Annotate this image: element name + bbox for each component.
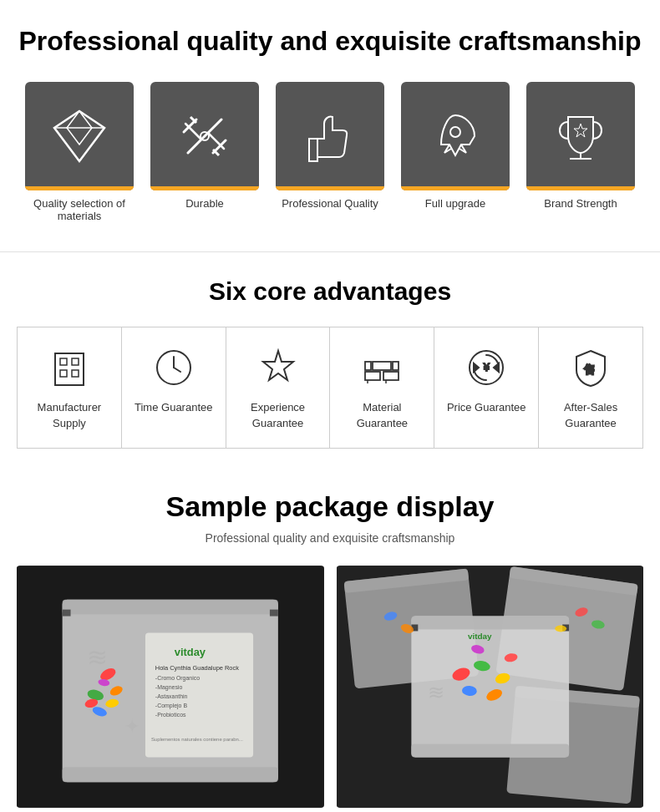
advantage-item-1: Time Guarantee	[122, 327, 226, 447]
clock-icon-box	[150, 344, 196, 390]
svg-marker-34	[474, 363, 479, 372]
sample-bag-svg-left: ≋ ♡ ✦ vitday Hola Cynthia Guadalupe Rock…	[17, 566, 324, 808]
svg-rect-19	[72, 370, 79, 377]
advantage-item-3: Material Guarantee	[330, 327, 434, 447]
quality-icon-item: Quality selection of materials	[25, 82, 134, 222]
quality-icon-label-4: Brand Strength	[544, 197, 617, 210]
trophy-icon	[551, 107, 610, 165]
svg-marker-24	[263, 351, 293, 380]
quality-icon-label-3: Full upgrade	[425, 197, 485, 210]
building-icon-box	[46, 344, 92, 390]
sample-section: Sample package display Professional qual…	[0, 465, 660, 812]
svg-line-10	[209, 134, 224, 149]
trophy-icon-box	[526, 82, 635, 190]
svg-line-9	[185, 124, 201, 139]
quality-icon-item: Full upgrade	[401, 82, 510, 222]
svg-rect-70	[411, 616, 569, 629]
rocket-icon-box	[401, 82, 510, 190]
thumbsup-icon	[301, 107, 359, 165]
svg-marker-14	[574, 124, 587, 137]
building-icon	[48, 347, 90, 388]
sample-image-right: ≋ vitday	[337, 566, 644, 808]
sample-image-left: ≋ ♡ ✦ vitday Hola Cynthia Guadalupe Rock…	[17, 566, 324, 808]
advantage-label-3: Material Guarantee	[338, 400, 425, 430]
star-icon-box	[255, 344, 301, 390]
sample-title: Sample package display	[17, 490, 643, 523]
svg-rect-41	[63, 609, 71, 616]
thumbsup-icon-box	[276, 82, 384, 190]
svg-text:-Cromo Organico: -Cromo Organico	[155, 675, 200, 682]
quality-icon-label-1: Durable	[185, 197, 224, 210]
svg-text:-Complejo B: -Complejo B	[155, 703, 188, 709]
advantage-item-0: Manufacturer Supply	[18, 327, 122, 447]
tools-icon	[175, 107, 234, 165]
quality-icon-item: Brand Strength	[526, 82, 635, 222]
star-icon	[257, 347, 299, 388]
svg-point-11	[450, 127, 460, 137]
diamond-icon	[50, 107, 109, 165]
advantage-label-4: Price Guarantee	[447, 400, 526, 415]
sample-bag-svg-right: ≋ vitday	[337, 566, 644, 808]
svg-rect-25	[365, 372, 380, 380]
svg-text:-Astaxanthin: -Astaxanthin	[155, 693, 188, 699]
rocket-icon	[426, 107, 485, 165]
advantage-item-2: Experience Guarantee	[226, 327, 331, 447]
quality-icon-label-2: Professional Quality	[282, 197, 378, 210]
svg-rect-15	[55, 353, 84, 385]
svg-rect-40	[63, 767, 278, 782]
advantage-item-5: 售 After-Sales Guarantee	[539, 327, 642, 447]
svg-rect-16	[60, 358, 67, 365]
quality-icon-item: Professional Quality	[276, 82, 384, 222]
shield-icon-box: 售	[568, 344, 614, 390]
svg-text:≋: ≋	[87, 643, 108, 671]
svg-rect-26	[383, 372, 399, 380]
sample-images-row: ≋ ♡ ✦ vitday Hola Cynthia Guadalupe Rock…	[17, 566, 643, 808]
svg-text:Suplementos naturales contiene: Suplementos naturales contiene parabn...	[151, 736, 243, 741]
tools-icon-box	[150, 82, 259, 190]
advantages-section: Six core advantages Manufacturer Supply	[0, 252, 660, 464]
svg-text:vitday: vitday	[175, 646, 206, 658]
quality-section: Professional quality and exquisite craft…	[0, 0, 660, 252]
advantages-grid: Manufacturer Supply Time Guarantee Exper…	[17, 327, 643, 448]
svg-text:-Probioticos: -Probioticos	[155, 712, 186, 718]
advantage-item-4: ¥ Price Guarantee	[434, 327, 539, 447]
quality-icons-row: Quality selection of materials Durab	[17, 82, 643, 222]
svg-text:¥: ¥	[483, 362, 490, 373]
yen-icon: ¥	[465, 347, 507, 388]
quality-icon-item: Durable	[150, 82, 259, 222]
advantage-label-0: Manufacturer Supply	[26, 400, 113, 430]
svg-rect-39	[63, 599, 278, 614]
quality-icon-label-0: Quality selection of materials	[25, 197, 134, 222]
svg-rect-29	[393, 362, 399, 370]
svg-text:售: 售	[583, 363, 595, 376]
svg-point-84	[555, 625, 566, 632]
svg-line-23	[174, 368, 180, 372]
svg-rect-28	[365, 362, 371, 370]
shield-sale-icon: 售	[570, 347, 612, 388]
clock-icon	[153, 347, 195, 388]
advantage-label-5: After-Sales Guarantee	[547, 400, 634, 430]
sample-subtitle: Professional quality and exquisite craft…	[17, 531, 643, 545]
bricks-icon-box	[359, 344, 405, 390]
yen-icon-box: ¥	[464, 344, 510, 390]
svg-text:≋: ≋	[428, 681, 444, 703]
advantages-title: Six core advantages	[17, 277, 643, 306]
diamond-icon-box	[25, 82, 134, 190]
svg-text:✦: ✦	[124, 715, 140, 736]
svg-rect-18	[60, 370, 67, 377]
svg-text:-Magnesio: -Magnesio	[155, 684, 183, 691]
advantage-label-2: Experience Guarantee	[235, 400, 322, 430]
svg-text:vitday: vitday	[467, 632, 491, 641]
svg-rect-42	[270, 609, 278, 616]
quality-title: Professional quality and exquisite craft…	[17, 25, 643, 57]
svg-text:Hola Cynthia Guadalupe Rock: Hola Cynthia Guadalupe Rock	[155, 664, 239, 672]
svg-marker-0	[54, 111, 104, 161]
bricks-icon	[361, 347, 403, 388]
svg-rect-17	[72, 358, 79, 365]
svg-rect-71	[411, 743, 569, 757]
advantage-label-1: Time Guarantee	[135, 400, 212, 415]
svg-marker-33	[494, 363, 499, 372]
svg-rect-27	[373, 362, 391, 370]
